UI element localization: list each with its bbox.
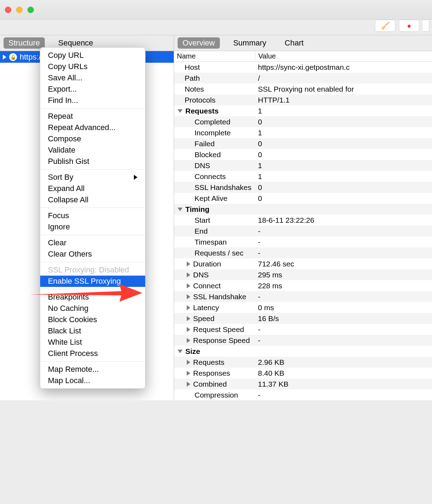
row-requests-per-sec[interactable]: Requests / sec- bbox=[174, 247, 432, 258]
overview-pane: Overview Summary Chart Name Value Hostht… bbox=[174, 35, 432, 400]
menu-separator bbox=[40, 235, 145, 235]
menu-publish-gist[interactable]: Publish Gist bbox=[40, 156, 145, 167]
row-size-combined[interactable]: Combined11.37 KB bbox=[174, 379, 432, 389]
right-tabbar: Overview Summary Chart bbox=[174, 35, 432, 51]
toolbar-overflow[interactable] bbox=[423, 20, 429, 32]
row-kept-alive[interactable]: Kept Alive0 bbox=[174, 193, 432, 204]
disclosure-triangle-icon bbox=[3, 55, 6, 60]
row-failed[interactable]: Failed0 bbox=[174, 138, 432, 149]
chevron-down-icon bbox=[178, 350, 183, 353]
broom-button[interactable]: 🧹 bbox=[375, 20, 395, 32]
menu-ssl-proxying-status: SSL Proxying: Disabled bbox=[40, 264, 145, 276]
menu-separator bbox=[40, 108, 145, 109]
tab-structure[interactable]: Structure bbox=[4, 37, 45, 49]
menu-clear-others[interactable]: Clear Others bbox=[40, 248, 145, 260]
group-size[interactable]: Size bbox=[174, 346, 432, 357]
row-ssl-handshakes[interactable]: SSL Handshakes0 bbox=[174, 182, 432, 193]
row-connects[interactable]: Connects1 bbox=[174, 171, 432, 182]
toolbar: 🧹 ● bbox=[0, 20, 432, 35]
menu-block-cookies[interactable]: Block Cookies bbox=[40, 314, 145, 325]
menu-compose[interactable]: Compose bbox=[40, 133, 145, 145]
zoom-window-button[interactable] bbox=[27, 7, 34, 13]
menu-clear[interactable]: Clear bbox=[40, 237, 145, 248]
app-window: 🧹 ● Structure Sequence 🔒 https://sync-xi… bbox=[0, 0, 432, 400]
record-button[interactable]: ● bbox=[399, 20, 419, 32]
context-menu: Copy URL Copy URLs Save All... Export...… bbox=[40, 47, 146, 389]
row-incomplete[interactable]: Incomplete1 bbox=[174, 127, 432, 138]
lock-icon: 🔒 bbox=[9, 53, 17, 61]
record-icon: ● bbox=[407, 22, 411, 30]
menu-map-remote[interactable]: Map Remote... bbox=[40, 364, 145, 375]
menu-sort-by[interactable]: Sort By bbox=[40, 172, 145, 183]
row-start[interactable]: Start18-6-11 23:22:26 bbox=[174, 215, 432, 226]
menu-separator bbox=[40, 262, 145, 262]
menu-expand-all[interactable]: Expand All bbox=[40, 183, 145, 194]
row-dns[interactable]: DNS1 bbox=[174, 160, 432, 171]
row-latency[interactable]: Latency0 ms bbox=[174, 302, 432, 313]
menu-find-in[interactable]: Find In... bbox=[40, 95, 145, 106]
overview-table: Hosthttps://sync-xi.getpostman.c Path/ N… bbox=[174, 62, 432, 400]
chevron-right-icon bbox=[187, 360, 190, 365]
row-notes[interactable]: NotesSSL Proxying not enabled for bbox=[174, 84, 432, 94]
chevron-right-icon bbox=[187, 327, 190, 332]
row-size-responses[interactable]: Responses8.40 KB bbox=[174, 368, 432, 379]
broom-icon: 🧹 bbox=[381, 21, 390, 30]
row-dns-time[interactable]: DNS295 ms bbox=[174, 269, 432, 280]
menu-export[interactable]: Export... bbox=[40, 84, 145, 95]
row-end[interactable]: End- bbox=[174, 226, 432, 236]
minimize-window-button[interactable] bbox=[16, 7, 23, 13]
row-response-speed[interactable]: Response Speed- bbox=[174, 335, 432, 346]
chevron-right-icon bbox=[187, 338, 190, 343]
menu-repeat-advanced[interactable]: Repeat Advanced... bbox=[40, 122, 145, 133]
row-protocols[interactable]: ProtocolsHTTP/1.1 bbox=[174, 94, 432, 105]
row-request-speed[interactable]: Request Speed- bbox=[174, 324, 432, 335]
menu-separator bbox=[40, 208, 145, 208]
tab-chart[interactable]: Chart bbox=[280, 37, 309, 49]
row-blocked[interactable]: Blocked0 bbox=[174, 149, 432, 160]
row-compression[interactable]: Compression- bbox=[174, 389, 432, 400]
menu-map-local[interactable]: Map Local... bbox=[40, 375, 145, 386]
chevron-down-icon bbox=[178, 109, 183, 113]
menu-black-list[interactable]: Black List bbox=[40, 325, 145, 337]
menu-enable-ssl-proxying[interactable]: Enable SSL Proxying bbox=[40, 276, 145, 287]
row-connect-time[interactable]: Connect228 ms bbox=[174, 280, 432, 291]
group-requests[interactable]: Requests1 bbox=[174, 105, 432, 116]
tab-summary[interactable]: Summary bbox=[228, 37, 271, 49]
menu-repeat[interactable]: Repeat bbox=[40, 111, 145, 122]
chevron-right-icon bbox=[187, 382, 190, 387]
row-duration[interactable]: Duration712.46 sec bbox=[174, 258, 432, 269]
group-timing[interactable]: Timing bbox=[174, 204, 432, 215]
chevron-right-icon bbox=[187, 283, 190, 288]
menu-white-list[interactable]: White List bbox=[40, 337, 145, 348]
column-value[interactable]: Value bbox=[255, 52, 432, 60]
menu-copy-url[interactable]: Copy URL bbox=[40, 50, 145, 61]
menu-save-all[interactable]: Save All... bbox=[40, 72, 145, 84]
menu-copy-urls[interactable]: Copy URLs bbox=[40, 61, 145, 72]
menu-ignore[interactable]: Ignore bbox=[40, 221, 145, 233]
menu-collapse-all[interactable]: Collapse All bbox=[40, 194, 145, 205]
row-timespan[interactable]: Timespan- bbox=[174, 236, 432, 247]
titlebar bbox=[0, 0, 432, 20]
chevron-right-icon bbox=[187, 262, 190, 266]
menu-separator bbox=[40, 361, 145, 362]
menu-breakpoints[interactable]: Breakpoints bbox=[40, 291, 145, 303]
menu-focus[interactable]: Focus bbox=[40, 210, 145, 221]
menu-client-process[interactable]: Client Process bbox=[40, 348, 145, 359]
row-path[interactable]: Path/ bbox=[174, 73, 432, 84]
menu-separator bbox=[40, 169, 145, 170]
row-host[interactable]: Hosthttps://sync-xi.getpostman.c bbox=[174, 62, 432, 73]
row-ssl-handshake-time[interactable]: SSL Handshake- bbox=[174, 291, 432, 302]
tab-overview[interactable]: Overview bbox=[178, 37, 220, 49]
submenu-arrow-icon bbox=[134, 175, 137, 180]
column-name[interactable]: Name bbox=[174, 52, 255, 60]
menu-validate[interactable]: Validate bbox=[40, 145, 145, 156]
overview-column-headers: Name Value bbox=[174, 51, 432, 62]
row-size-requests[interactable]: Requests2.96 KB bbox=[174, 357, 432, 368]
menu-no-caching[interactable]: No Caching bbox=[40, 303, 145, 314]
chevron-right-icon bbox=[187, 294, 190, 299]
window-controls bbox=[5, 7, 34, 13]
close-window-button[interactable] bbox=[5, 7, 11, 13]
row-speed[interactable]: Speed16 B/s bbox=[174, 313, 432, 324]
row-completed[interactable]: Completed0 bbox=[174, 116, 432, 127]
chevron-right-icon bbox=[187, 305, 190, 310]
